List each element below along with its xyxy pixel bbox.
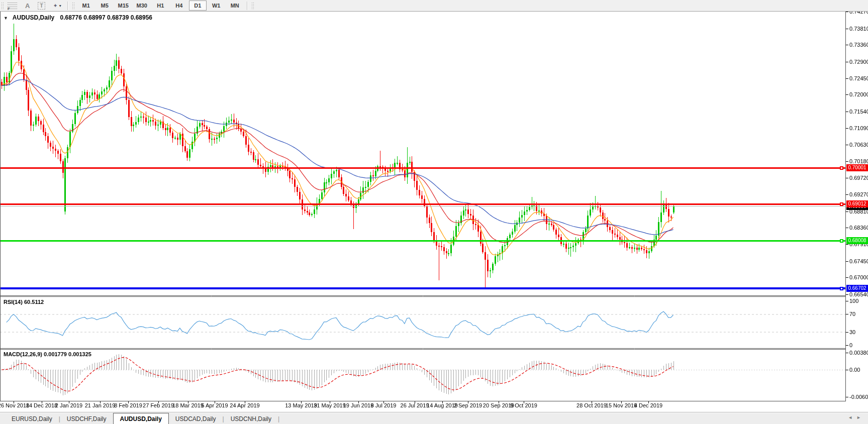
date-axis-label: 5 Apr 2019: [201, 402, 228, 408]
date-axis-label: 19 Jun 2019: [343, 402, 374, 408]
date-axis-label: 20 Sep 2019: [483, 402, 514, 408]
price-axis-tick: 0.71090: [849, 125, 868, 132]
chart-title: ▼ AUDUSD,Daily 0.68776 0.68997 0.68739 0…: [4, 14, 152, 21]
date-axis-label: 31 May 2019: [314, 402, 346, 408]
rsi-value: 60.5112: [24, 299, 44, 305]
date-axis-label: 24 Apr 2019: [230, 402, 259, 408]
chart-canvas[interactable]: [0, 0, 868, 424]
chart-ohlc-values: 0.68776 0.68997 0.68739 0.68956: [60, 14, 153, 21]
tab-usdchf[interactable]: USDCHF,Daily: [60, 414, 113, 424]
timeframe-button-d1[interactable]: D1: [189, 1, 207, 11]
macd-axis-tick: 0.003804: [849, 349, 868, 356]
price-axis-tick: 0.73360: [849, 41, 868, 48]
toolbar-drag-handle[interactable]: [72, 2, 75, 10]
price-axis-tick: 0.67000: [849, 274, 868, 281]
rsi-axis-tick: 30: [849, 329, 855, 336]
toolbar-separator: [247, 2, 248, 10]
macd-values: 0.001779 0.001325: [44, 351, 91, 357]
price-axis-tick: 0.72000: [849, 91, 868, 98]
rsi-label: RSI(14) 60.5112: [4, 299, 44, 305]
rsi-axis-tick: 0: [849, 342, 852, 349]
timeframe-button-m1[interactable]: M1: [77, 1, 95, 11]
timeframe-button-h4[interactable]: H4: [170, 1, 188, 11]
price-axis-tick: 0.68360: [849, 224, 868, 231]
macd-axis-tick: 0.00: [849, 366, 860, 373]
timeframe-group: M1M5M15M30H1H4D1W1MN: [77, 1, 244, 11]
toolbar-separator: [67, 2, 68, 10]
timeframe-button-mn[interactable]: MN: [226, 1, 244, 11]
date-axis-label: 28 Oct 2019: [576, 402, 607, 408]
date-axis-label: 2 Jan 2019: [55, 402, 82, 408]
price-axis-tick: 0.72450: [849, 75, 868, 82]
date-axis-label: 8 Feb 2019: [114, 402, 142, 408]
chevron-down-icon[interactable]: ▾: [59, 4, 61, 8]
toolbar: F A T ✦ ▾ M1M5M15M30H1H4D1W1MN: [0, 0, 868, 12]
date-axis-label: 13 May 2019: [285, 402, 317, 408]
date-axis-label: 27 Feb 2019: [143, 402, 174, 408]
price-axis-tick: 0.73810: [849, 25, 868, 32]
price-axis-tick: 0.71540: [849, 108, 868, 115]
macd-label: MACD(12,26,9) 0.001779 0.001325: [4, 351, 91, 357]
hline-price-box[interactable]: 0.66702: [846, 285, 868, 292]
price-axis-tick: 0.72900: [849, 58, 868, 65]
mt4-window: F A T ✦ ▾ M1M5M15M30H1H4D1W1MN ▼ AUDUSD,…: [0, 0, 868, 424]
tab-nav-arrows: ◄►: [848, 415, 865, 420]
rsi-axis-tick: 100: [849, 297, 858, 304]
macd-axis-tick: -0.006087: [849, 393, 868, 400]
fibonacci-icon[interactable]: F: [8, 3, 17, 9]
date-axis-label: 8 Jul 2019: [371, 402, 397, 408]
price-axis-tick: 0.69270: [849, 191, 868, 198]
price-axis-tick: 0.70630: [849, 141, 868, 148]
tab-usdcad[interactable]: USDCAD,Daily: [169, 414, 223, 424]
date-axis-label: 15 Nov 2019: [606, 402, 637, 408]
price-axis-tick: 0.69720: [849, 174, 868, 181]
date-axis-label: 26 Jul 2019: [401, 402, 429, 408]
date-axis-label: 21 Jan 2019: [85, 402, 116, 408]
tab-eurusd[interactable]: EURUSD,Daily: [5, 414, 59, 424]
date-axis-label: 14 Dec 2018: [26, 402, 57, 408]
tab-separator: |: [278, 414, 279, 424]
tab-audusd[interactable]: AUDUSD,Daily: [113, 413, 169, 424]
date-axis-label: 9 Oct 2019: [510, 402, 537, 408]
timeframe-button-h1[interactable]: H1: [152, 1, 169, 11]
chart-collapse-icon[interactable]: ▼: [4, 16, 8, 21]
price-axis-tick: 0.70180: [849, 158, 868, 165]
date-axis-label: 14 Aug 2019: [427, 402, 458, 408]
chart-symbol: AUDUSD,Daily: [13, 14, 54, 21]
hline-price-box[interactable]: 0.68008: [846, 237, 868, 244]
price-axis-tick: 0.67450: [849, 258, 868, 265]
toolbar-drag-handle[interactable]: [251, 2, 254, 10]
tab-usdcnh[interactable]: USDCNH,Daily: [224, 414, 278, 424]
arrows-icon[interactable]: ✦: [53, 3, 58, 9]
timeframe-button-m15[interactable]: M15: [115, 1, 132, 11]
timeframe-button-m5[interactable]: M5: [96, 1, 114, 11]
chart-tab-bar: EURUSD,Daily|USDCHF,DailyAUDUSD,DailyUSD…: [0, 412, 868, 424]
text-icon[interactable]: A: [25, 2, 30, 10]
tab-nav-left-icon[interactable]: ◄: [848, 415, 856, 420]
rsi-axis-tick: 70: [849, 310, 855, 317]
timeframe-button-w1[interactable]: W1: [208, 1, 225, 11]
date-axis-label: 26 Nov 2018: [0, 402, 29, 408]
timeframe-button-m30[interactable]: M30: [133, 1, 151, 11]
text-label-icon[interactable]: T: [38, 2, 45, 10]
hline-price-box[interactable]: 0.69012: [846, 200, 868, 207]
toolbar-drag-handle[interactable]: [1, 2, 4, 10]
tab-nav-right-icon[interactable]: ►: [856, 415, 865, 420]
date-axis-label: 4 Dec 2019: [634, 402, 662, 408]
date-axis-label: 18 Mar 2019: [172, 402, 204, 408]
date-axis-label: 2 Sep 2019: [454, 402, 482, 408]
hline-price-box[interactable]: 0.70001: [846, 164, 868, 171]
